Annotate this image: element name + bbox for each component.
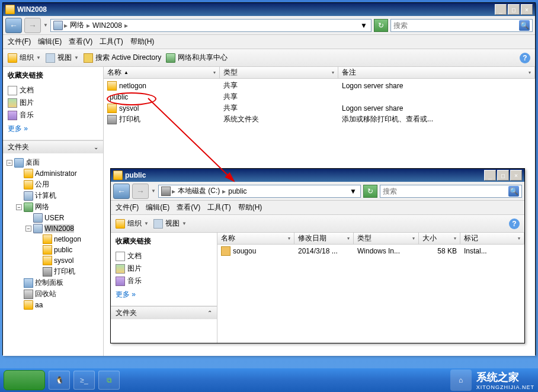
tree-aa[interactable]: aa (7, 300, 100, 310)
col-name[interactable]: 名称▲▾ (104, 67, 220, 78)
tree-user[interactable]: USER (7, 213, 100, 223)
back-button[interactable]: ← (113, 184, 130, 199)
taskbar-item-powershell[interactable]: ≥_ (73, 371, 95, 390)
tree-public[interactable]: public (7, 245, 100, 255)
col-size[interactable]: 大小▾ (419, 233, 460, 244)
help-button[interactable]: ? (520, 53, 530, 63)
menu-help[interactable]: 帮助(H) (238, 203, 262, 213)
col-dropdown-icon[interactable]: ▾ (454, 236, 456, 241)
favorite-more[interactable]: 更多 » (8, 121, 98, 136)
crumb-network[interactable]: 网络 (69, 20, 85, 30)
menu-view[interactable]: 查看(V) (177, 203, 200, 213)
favorite-docs[interactable]: 文档 (116, 250, 212, 262)
tree-computer[interactable]: 计算机 (7, 190, 100, 201)
search-input[interactable] (393, 21, 519, 30)
minimize-button[interactable]: _ (484, 170, 496, 181)
file-list[interactable]: sougou 2014/3/18 ... Windows In... 58 KB… (217, 245, 524, 343)
tree-sysvol[interactable]: sysvol (7, 255, 100, 266)
favorite-pics[interactable]: 图片 (8, 97, 98, 109)
menu-tools[interactable]: 工具(T) (207, 203, 230, 213)
col-type[interactable]: 类型▾ (220, 67, 338, 78)
refresh-button[interactable]: ↻ (374, 19, 388, 32)
list-row-sougou[interactable]: sougou 2014/3/18 ... Windows In... 58 KB… (217, 246, 524, 256)
minimize-button[interactable]: _ (495, 4, 507, 15)
col-name[interactable]: 名称▾ (217, 233, 294, 244)
menu-edit[interactable]: 编辑(E) (38, 37, 62, 47)
views-button[interactable]: 视图 ▼ (153, 219, 187, 229)
crumb-dropdown[interactable]: ▼ (359, 21, 369, 30)
col-dropdown-icon[interactable]: ▾ (288, 236, 290, 241)
forward-button[interactable]: → (132, 184, 149, 199)
col-dropdown-icon[interactable]: ▾ (213, 70, 216, 75)
folders-toggle[interactable]: 文件夹 ⌄ (3, 140, 103, 153)
tree-desktop[interactable]: −桌面 (7, 157, 100, 168)
col-date[interactable]: 修改日期▾ (294, 233, 354, 244)
menu-tools[interactable]: 工具(T) (100, 37, 123, 47)
search-ad-button[interactable]: 搜索 Active Directory (84, 53, 161, 63)
search-icon[interactable]: 🔍 (519, 20, 530, 31)
search-box[interactable]: 🔍 (390, 19, 533, 32)
close-button[interactable]: × (521, 4, 533, 15)
col-dropdown-icon[interactable]: ▾ (332, 70, 334, 75)
search-icon[interactable]: 🔍 (508, 186, 519, 197)
search-box[interactable]: 🔍 (380, 185, 522, 198)
breadcrumb-bar[interactable]: ▸ 网络 ▸ WIN2008 ▸ ▼ (50, 19, 372, 32)
tree-network[interactable]: −网络 (7, 201, 100, 213)
col-tags[interactable]: 标记▾ (460, 233, 524, 244)
crumb-public[interactable]: public (227, 187, 248, 195)
favorite-pics[interactable]: 图片 (116, 262, 212, 275)
help-button[interactable]: ? (509, 219, 520, 229)
tree-printers[interactable]: 打印机 (7, 266, 100, 277)
folders-toggle[interactable]: 文件夹 ⌃ (111, 306, 217, 319)
menu-help[interactable]: 帮助(H) (130, 37, 155, 47)
refresh-button[interactable]: ↻ (363, 185, 377, 198)
col-type[interactable]: 类型▾ (354, 233, 419, 244)
maximize-button[interactable]: □ (508, 4, 520, 15)
taskbar-item-qq[interactable]: 🐧 (49, 371, 70, 390)
tree-recycle[interactable]: 回收站 (7, 288, 100, 300)
col-remarks[interactable]: 备注▾ (338, 67, 535, 78)
tree-public-user[interactable]: 公用 (7, 179, 100, 190)
crumb-dropdown[interactable]: ▼ (348, 187, 358, 195)
start-button[interactable] (4, 370, 45, 390)
collapse-icon[interactable]: − (16, 204, 22, 210)
organize-button[interactable]: 组织 ▼ (8, 53, 41, 63)
titlebar[interactable]: public _ □ × (111, 169, 524, 182)
list-row-printers[interactable]: 打印机 系统文件夹 添加或移除打印机、查看或... (104, 114, 535, 125)
crumb-win2008[interactable]: WIN2008 (91, 21, 123, 30)
back-button[interactable]: ← (5, 18, 22, 33)
favorite-docs[interactable]: 文档 (8, 84, 98, 97)
crumb-disk[interactable]: 本地磁盘 (C:) (177, 186, 221, 196)
search-input[interactable] (383, 187, 508, 195)
maximize-button[interactable]: □ (497, 170, 509, 181)
history-dropdown[interactable]: ▼ (151, 188, 156, 194)
collapse-icon[interactable]: − (25, 226, 31, 232)
col-dropdown-icon[interactable]: ▾ (518, 236, 520, 241)
taskbar-item-vmware[interactable]: ⧉ (98, 371, 120, 390)
list-row-netlogon[interactable]: netlogon 共享 Logon server share (104, 80, 535, 91)
breadcrumb-bar[interactable]: ▸ 本地磁盘 (C:) ▸ public ▼ (158, 185, 361, 198)
tree-admin[interactable]: Administrator (7, 168, 100, 179)
tree-netlogon[interactable]: netlogon (7, 234, 100, 245)
menu-edit[interactable]: 编辑(E) (146, 203, 169, 213)
titlebar[interactable]: WIN2008 _ □ × (3, 3, 535, 16)
col-dropdown-icon[interactable]: ▾ (412, 236, 415, 241)
collapse-icon[interactable]: − (7, 160, 12, 166)
tree-win2008[interactable]: −WIN2008 (7, 223, 100, 234)
menu-file[interactable]: 文件(F) (116, 203, 139, 213)
col-dropdown-icon[interactable]: ▾ (347, 236, 350, 241)
close-button[interactable]: × (510, 170, 522, 181)
favorite-music[interactable]: 音乐 (8, 109, 98, 121)
taskbar[interactable]: 🐧 ≥_ ⧉ ⌂ 系统之家 XITONGZHIJIA.NET (0, 368, 538, 392)
forward-button[interactable]: → (24, 18, 41, 33)
history-dropdown[interactable]: ▼ (43, 23, 48, 28)
favorite-more[interactable]: 更多 » (116, 287, 212, 302)
col-dropdown-icon[interactable]: ▾ (529, 70, 531, 75)
views-button[interactable]: 视图 ▼ (46, 53, 79, 63)
tree-control[interactable]: 控制面板 (7, 277, 100, 288)
netshare-button[interactable]: 网络和共享中心 (166, 53, 228, 63)
menu-view[interactable]: 查看(V) (69, 37, 92, 47)
organize-button[interactable]: 组织 ▼ (116, 219, 149, 229)
menu-file[interactable]: 文件(F) (8, 37, 31, 47)
list-row-sysvol[interactable]: sysvol 共享 Logon server share (104, 102, 535, 114)
